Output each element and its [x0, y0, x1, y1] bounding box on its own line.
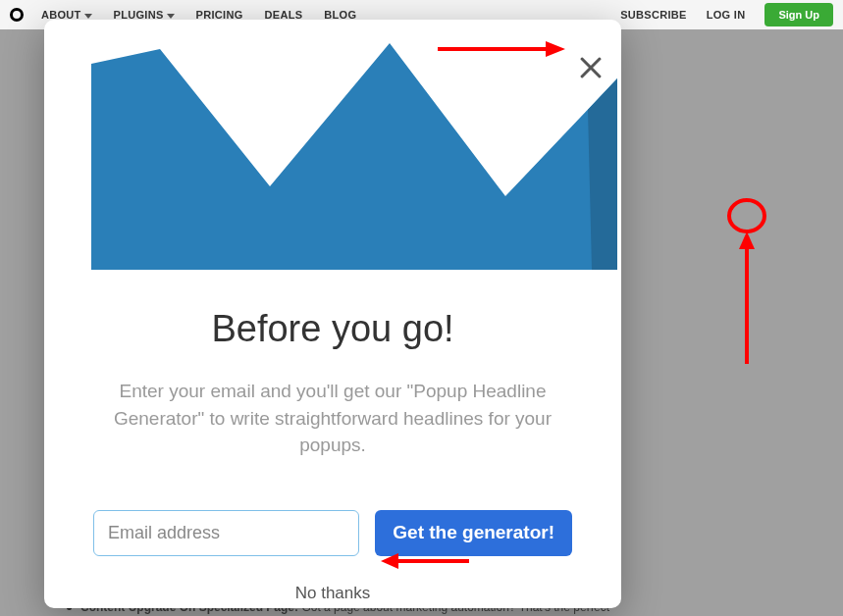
chevron-down-icon [84, 14, 92, 19]
modal-description: Enter your email and you'll get our "Pop… [93, 378, 572, 459]
nav-login[interactable]: LOG IN [707, 9, 746, 21]
signup-button-label: Sign Up [778, 9, 819, 21]
crown-icon [44, 20, 621, 275]
signup-button[interactable]: Sign Up [764, 3, 833, 26]
chevron-down-icon [167, 14, 175, 19]
get-generator-button[interactable]: Get the generator! [375, 510, 572, 556]
email-field[interactable] [93, 510, 359, 556]
svg-marker-0 [91, 43, 617, 270]
modal-title: Before you go! [93, 308, 572, 350]
nav-subscribe-label: SUBSCRIBE [620, 9, 687, 21]
nav-right: SUBSCRIBE LOG IN Sign Up [620, 3, 833, 26]
svg-marker-1 [588, 78, 617, 270]
svg-marker-8 [739, 231, 755, 249]
exit-intent-modal: Before you go! Enter your email and you'… [44, 20, 621, 608]
annotation-arrow-circle [722, 192, 771, 369]
modal-hero [44, 20, 621, 275]
no-thanks-link[interactable]: No thanks [295, 584, 371, 603]
logo-icon [10, 8, 24, 22]
nav-subscribe[interactable]: SUBSCRIBE [620, 9, 687, 21]
svg-point-6 [729, 200, 764, 231]
modal-body: Before you go! Enter your email and you'… [44, 275, 621, 603]
close-icon[interactable] [578, 55, 604, 80]
nav-login-label: LOG IN [707, 9, 746, 21]
modal-form: Get the generator! [93, 510, 572, 556]
